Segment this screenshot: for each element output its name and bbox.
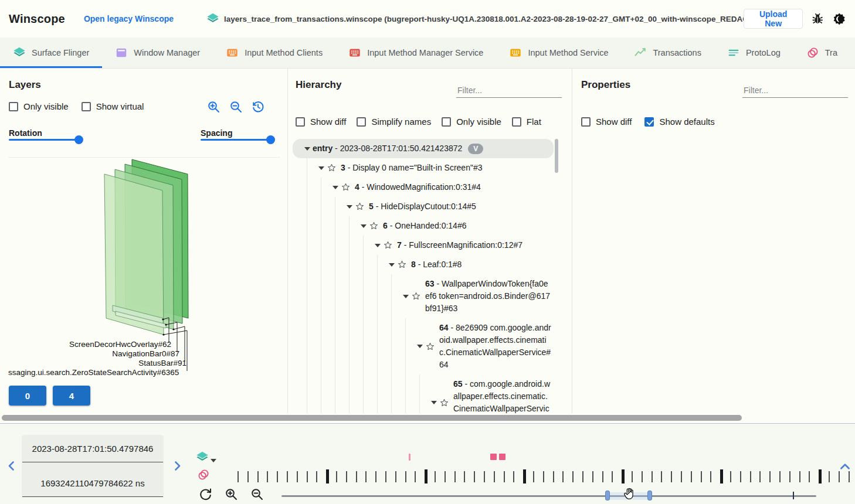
collapse-caret-icon[interactable] [344, 205, 355, 209]
timeline-tick[interactable] [513, 471, 514, 482]
timeline-tick[interactable] [395, 471, 396, 482]
pin-star-icon[interactable] [425, 342, 439, 352]
hierarchy-filter-input[interactable] [456, 83, 562, 98]
checkbox-show-defaults[interactable]: Show defaults [644, 117, 714, 127]
collapse-caret-icon[interactable] [372, 244, 383, 247]
transition-marker[interactable] [499, 454, 505, 460]
pin-star-icon[interactable] [397, 260, 411, 270]
timeline-tick[interactable] [701, 471, 702, 482]
timeline-tick[interactable] [562, 471, 564, 482]
upload-new-button[interactable]: Upload New [744, 9, 803, 29]
tab-protolog[interactable]: ProtoLog [714, 38, 793, 68]
timeline-tick[interactable] [769, 471, 771, 482]
tab-input-method-manager-service[interactable]: Input Method Manager Service [335, 38, 496, 68]
timeline-tick[interactable] [671, 471, 672, 482]
timeline-tick[interactable] [385, 471, 386, 482]
timeline-tick[interactable] [356, 471, 357, 482]
checkbox-unchecked-icon[interactable] [581, 117, 591, 127]
zoom-in-icon[interactable] [206, 100, 220, 114]
timeline-tick[interactable] [464, 471, 465, 482]
tree-node-6[interactable]: 6 - OneHanded:0:14#6 [293, 216, 554, 236]
dark-mode-toggle-icon[interactable] [833, 12, 846, 26]
timeline-tick[interactable] [454, 471, 456, 482]
tab-surface-flinger[interactable]: Surface Flinger [0, 38, 102, 68]
timeline-tick-major[interactable] [523, 469, 526, 483]
timeline-ticks[interactable] [238, 469, 855, 485]
timeline-tick[interactable] [779, 471, 781, 482]
pin-star-icon[interactable] [327, 163, 341, 173]
checkbox-show-diff[interactable]: Show diff [581, 117, 632, 127]
slider-handle-right[interactable] [647, 491, 652, 500]
reset-view-icon[interactable] [251, 100, 265, 114]
checkbox-unchecked-icon[interactable] [442, 117, 451, 127]
timeline-tick[interactable] [809, 471, 810, 482]
tab-transactions[interactable]: Transactions [621, 38, 714, 68]
checkbox-only-visible[interactable]: Only visible [442, 117, 501, 127]
spacing-slider[interactable] [201, 139, 271, 141]
timeline-tick[interactable] [829, 471, 830, 482]
timeline-tick[interactable] [435, 471, 436, 482]
tree-node-4[interactable]: 4 - WindowedMagnification:0:31#4 [293, 178, 554, 197]
timeline-tick[interactable] [267, 471, 268, 482]
pin-star-icon[interactable] [439, 398, 453, 408]
timeline-tick[interactable] [316, 471, 317, 482]
rotation-slider[interactable] [9, 139, 79, 141]
collapse-caret-icon[interactable] [358, 224, 369, 228]
timeline-tick[interactable] [582, 471, 583, 482]
timeline-tick[interactable] [799, 471, 800, 482]
checkbox-only-visible[interactable]: Only visible [9, 101, 69, 111]
timeline-tick[interactable] [661, 471, 662, 482]
timeline-tick-major[interactable] [326, 469, 329, 483]
checkbox-show-diff[interactable]: Show diff [296, 117, 346, 127]
tab-window-manager[interactable]: Window Manager [102, 38, 213, 68]
previous-entry-icon[interactable] [5, 459, 19, 473]
tab-tra[interactable]: Tra [793, 38, 850, 68]
timeline-tick[interactable] [375, 471, 376, 482]
layer-id-button-4[interactable]: 4 [53, 386, 90, 406]
timeline-tick[interactable] [287, 471, 288, 482]
active-trace-selector[interactable] [196, 451, 216, 464]
timeline-tick[interactable] [740, 471, 741, 482]
pin-star-icon[interactable] [341, 182, 355, 192]
collapse-caret-icon[interactable] [401, 295, 411, 298]
timeline-tick-major[interactable] [622, 469, 625, 483]
timeline-tick[interactable] [277, 471, 278, 482]
collapse-caret-icon[interactable] [415, 345, 425, 348]
timeline-tick[interactable] [494, 471, 495, 482]
tree-node-7[interactable]: 7 - FullscreenMagnification:0:12#7 [293, 236, 554, 255]
timeline-tick[interactable] [592, 471, 593, 482]
timeline-tick[interactable] [572, 471, 574, 482]
pin-star-icon[interactable] [369, 221, 383, 231]
collapse-caret-icon[interactable] [316, 166, 327, 170]
checkbox-unchecked-icon[interactable] [82, 102, 91, 111]
timeline-tick-major[interactable] [425, 469, 428, 483]
timeline-tick[interactable] [750, 471, 751, 482]
collapse-timeline-icon[interactable] [837, 459, 853, 474]
timeline-tick[interactable] [533, 471, 534, 482]
timeline-tick[interactable] [247, 471, 249, 482]
checkbox-unchecked-icon[interactable] [9, 102, 18, 111]
collapse-caret-icon[interactable] [429, 401, 439, 404]
tree-node-5[interactable]: 5 - HideDisplayCutout:0:14#5 [293, 197, 554, 216]
timeline-tick[interactable] [238, 471, 239, 482]
timeline-tick[interactable] [405, 471, 406, 482]
timeline-tick[interactable] [307, 471, 308, 482]
reset-zoom-icon[interactable] [198, 487, 212, 501]
timeline-tick[interactable] [759, 471, 761, 482]
timeline-tick[interactable] [474, 471, 475, 482]
tab-input-method-service[interactable]: Input Method Service [496, 38, 621, 68]
slider-track[interactable] [281, 495, 816, 497]
transition-marker[interactable] [409, 454, 410, 461]
timeline-tick[interactable] [681, 471, 682, 482]
checkbox-unchecked-icon[interactable] [296, 117, 305, 127]
checkbox-unchecked-icon[interactable] [512, 117, 521, 127]
timeline-tick[interactable] [445, 471, 446, 482]
timeline-tick[interactable] [652, 471, 653, 482]
ns-time-input[interactable] [22, 470, 163, 497]
zoom-out-icon[interactable] [229, 100, 243, 114]
tree-node-65[interactable]: 65 - com.google.android.wallpaper.effect… [293, 374, 554, 413]
timeline-tick[interactable] [553, 471, 554, 482]
tree-node-entry[interactable]: entry - 2023-08-28T17:01:50.421423872V [293, 139, 554, 158]
next-entry-icon[interactable] [170, 459, 184, 473]
timeline-tick-major[interactable] [720, 469, 723, 483]
